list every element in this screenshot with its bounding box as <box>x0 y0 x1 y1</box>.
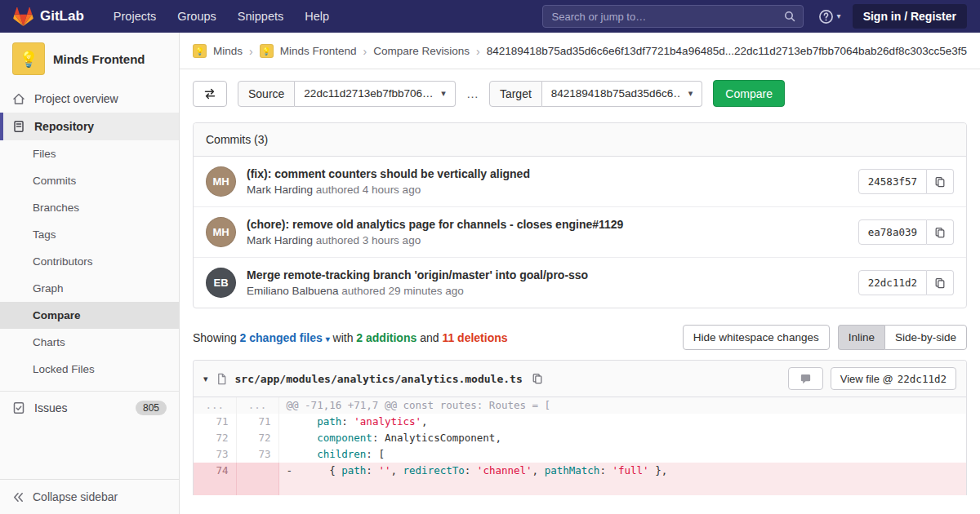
view-file-button[interactable]: View file @ 22dc11d2 <box>831 367 956 390</box>
diff-line-context: 7171 path: 'analytics', <box>194 414 966 430</box>
copy-sha-button[interactable] <box>927 169 954 194</box>
sidebar-item-issues[interactable]: Issues 805 <box>0 392 179 424</box>
commit-sha[interactable]: 22dc11d2 <box>858 270 927 295</box>
project-avatar[interactable]: 💡 <box>12 42 45 75</box>
search-input[interactable] <box>542 5 804 28</box>
commit-sha[interactable]: 24583f57 <box>858 169 927 194</box>
sidebar-item-label: Issues <box>34 401 67 414</box>
changed-files-count: 2 changed files <box>240 331 323 344</box>
sidebar-item-locked-files[interactable]: Locked Files <box>0 356 179 383</box>
avatar[interactable]: EB <box>206 268 236 298</box>
compare-button[interactable]: Compare <box>713 80 785 107</box>
new-line-number[interactable]: 72 <box>236 430 278 446</box>
view-file-label: View file @ <box>840 373 893 385</box>
commit-meta: Mark Harding authored 3 hours ago <box>247 234 623 246</box>
old-line-number[interactable]: 73 <box>194 446 236 463</box>
sidebar-item-label: Repository <box>34 120 94 133</box>
toggle-comments-button[interactable] <box>788 367 823 390</box>
sidebar-item-branches[interactable]: Branches <box>0 194 179 221</box>
sidebar-item-files[interactable]: Files <box>0 140 179 167</box>
sign-in-register-button[interactable]: Sign in / Register <box>853 4 967 29</box>
minds-frontend-avatar: 💡 <box>260 44 274 58</box>
sidebar-item-graph[interactable]: Graph <box>0 275 179 302</box>
new-line-number[interactable] <box>236 479 278 495</box>
breadcrumb-link-minds[interactable]: Minds <box>213 45 243 57</box>
avatar[interactable]: MH <box>206 217 236 247</box>
breadcrumb-link-minds-frontend[interactable]: Minds Frontend <box>280 45 357 57</box>
deletions-count: 11 deletions <box>442 331 507 344</box>
nav-link-snippets[interactable]: Snippets <box>229 5 292 28</box>
sidebar-item-repository[interactable]: Repository <box>0 113 179 140</box>
sidebar-item-contributors[interactable]: Contributors <box>0 248 179 275</box>
commit-title[interactable]: (fix): comment counters should be vertic… <box>247 167 530 180</box>
side-by-side-view-button[interactable]: Side-by-side <box>884 325 967 350</box>
compare-form: Source 22dc11d2713eb7fbb706… ▾ … Target … <box>180 69 980 117</box>
diff-file-path[interactable]: src/app/modules/analytics/analytics.modu… <box>235 373 523 385</box>
commit-sha-group: 24583f57 <box>858 169 954 194</box>
and-label: and <box>420 331 439 344</box>
avatar[interactable]: MH <box>206 166 236 197</box>
double-chevron-left-icon <box>12 491 24 503</box>
new-line-number[interactable] <box>236 463 278 479</box>
new-line-number[interactable]: 71 <box>236 414 278 430</box>
collapse-sidebar-label: Collapse sidebar <box>33 490 118 503</box>
inline-view-button[interactable]: Inline <box>838 325 884 350</box>
diff-code-cell <box>278 479 966 495</box>
commit-author-link[interactable]: Mark Harding <box>247 184 313 196</box>
old-line-number[interactable]: 74 <box>194 463 236 479</box>
sidebar-item-project-overview[interactable]: Project overview <box>0 85 179 113</box>
hide-whitespace-button[interactable]: Hide whitespace changes <box>683 325 830 350</box>
gitlab-home-link[interactable]: GitLab <box>13 7 84 27</box>
sidebar-item-tags[interactable]: Tags <box>0 221 179 248</box>
commit-author-link[interactable]: Emiliano Balbuena <box>247 285 339 297</box>
help-dropdown[interactable]: ▾ <box>818 9 841 24</box>
commit-timestamp: authored 4 hours ago <box>316 184 421 196</box>
additions-count: 2 additions <box>356 331 416 344</box>
source-label: Source <box>238 81 295 107</box>
target-revision-dropdown[interactable]: 842189418b75ad35d6c6… ▾ <box>542 81 703 107</box>
breadcrumb-separator-icon: › <box>249 45 253 58</box>
nav-link-help[interactable]: Help <box>296 5 337 28</box>
diff-code-cell: path: 'analytics', <box>278 414 966 430</box>
commit-title[interactable]: Merge remote-tracking branch 'origin/mas… <box>247 268 588 281</box>
breadcrumb: 💡 Minds › 💡 Minds Frontend › Compare Rev… <box>180 33 980 69</box>
copy-file-path-button[interactable] <box>530 371 545 386</box>
commit-title[interactable]: (chore): remove old analytics page for c… <box>247 218 623 231</box>
sidebar-item-charts[interactable]: Charts <box>0 329 179 356</box>
search-icon <box>783 10 796 23</box>
changed-files-dropdown[interactable]: 2 changed files ▾ <box>240 331 330 344</box>
nav-link-projects[interactable]: Projects <box>105 5 164 28</box>
sidebar-item-commits[interactable]: Commits <box>0 167 179 194</box>
new-line-number[interactable]: ... <box>236 397 278 414</box>
old-line-number[interactable]: 71 <box>194 414 236 430</box>
old-line-number[interactable]: 72 <box>194 430 236 446</box>
new-line-number[interactable]: 73 <box>236 446 278 463</box>
source-revision-dropdown[interactable]: 22dc11d2713eb7fbb706… ▾ <box>295 81 456 107</box>
home-icon <box>12 92 25 105</box>
sidebar-item-label: Project overview <box>34 92 118 105</box>
commit-row: MH (fix): comment counters should be ver… <box>194 157 966 207</box>
commit-sha[interactable]: ea78a039 <box>858 219 927 245</box>
target-revision-value: 842189418b75ad35d6c6… <box>551 87 680 100</box>
target-label: Target <box>489 81 542 107</box>
commit-meta: Mark Harding authored 4 hours ago <box>247 184 530 196</box>
source-input-group: Source 22dc11d2713eb7fbb706… ▾ <box>238 81 456 107</box>
old-line-number[interactable] <box>194 479 236 495</box>
collapse-sidebar-button[interactable]: Collapse sidebar <box>0 479 179 514</box>
commit-author-link[interactable]: Mark Harding <box>247 234 313 246</box>
diff-view-toggle: Inline Side-by-side <box>838 325 967 350</box>
copy-sha-button[interactable] <box>927 219 954 245</box>
breadcrumb-link-compare-revisions[interactable]: Compare Revisions <box>373 45 470 57</box>
swap-revisions-button[interactable] <box>193 81 227 107</box>
old-line-number[interactable]: ... <box>194 397 236 414</box>
target-input-group: Target 842189418b75ad35d6c6… ▾ <box>489 81 702 107</box>
with-label: with <box>333 331 354 344</box>
nav-link-groups[interactable]: Groups <box>169 5 225 28</box>
copy-sha-button[interactable] <box>927 270 954 295</box>
issues-icon <box>12 401 25 414</box>
commit-sha-group: 22dc11d2 <box>858 270 954 295</box>
sidebar-item-compare[interactable]: Compare <box>0 302 179 329</box>
collapse-file-caret-icon[interactable]: ▾ <box>203 374 208 384</box>
diff-code-cell: - { path: '', redirectTo: 'channel', pat… <box>278 463 966 479</box>
copy-icon <box>934 176 946 188</box>
